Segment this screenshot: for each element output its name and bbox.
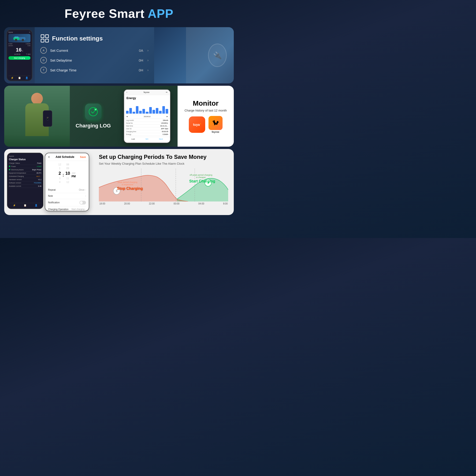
func-icon-chargetime: T bbox=[40, 67, 47, 73]
function-settings-section: feyree ✏ 0.5kW 0.0kWh 229.6V 0.0A bbox=[4, 27, 234, 83]
sp-row-current-avail: Available current 6.4A bbox=[9, 185, 41, 188]
energy-bar-12 bbox=[162, 106, 165, 114]
energy-bar-1 bbox=[126, 111, 129, 114]
sch-row-operation[interactable]: Charging Operation Start charging › bbox=[48, 206, 86, 211]
sch-rows: Repeat Once › Note › Notification bbox=[45, 187, 89, 211]
sch-toggle[interactable] bbox=[79, 201, 86, 204]
func-value-current: 0A bbox=[139, 49, 143, 52]
feyree-logo: 🐿 feyree bbox=[208, 116, 222, 133]
energy-nav-next[interactable]: Next bbox=[159, 138, 163, 140]
energy-bar-4 bbox=[136, 106, 138, 114]
s3-title: Set up Charging Periods To Save Money bbox=[99, 154, 228, 160]
feyree-squirrel-icon: 🐿 bbox=[208, 116, 222, 130]
energy-nav-no[interactable]: NO bbox=[145, 138, 148, 140]
func-icon-current: A bbox=[40, 47, 47, 54]
page-header: Feyree Smart APP bbox=[0, 0, 238, 25]
chart-label-20: 20:00 bbox=[124, 202, 130, 205]
sch-hours-col: 12 1 2 3 4 bbox=[58, 163, 61, 184]
sp-nav-me[interactable]: 👤 bbox=[35, 204, 37, 207]
chart-label-22: 22:00 bbox=[149, 202, 155, 205]
feyree-text: feyree bbox=[212, 131, 219, 133]
schedule-phone: < Add Schedule Save 12 1 2 3 4 : 08 09 1… bbox=[45, 153, 89, 211]
func-row-delaytime[interactable]: D Set Delaytime 0H › bbox=[40, 57, 149, 64]
sp-nav: ⚡ 📋 👤 bbox=[9, 203, 41, 207]
energy-nav-buttons: Last NO Next bbox=[124, 137, 170, 141]
phone-time: 14:00:00 T 10H bbox=[8, 53, 31, 55]
phone-nav-me[interactable]: 👤 bbox=[25, 77, 28, 79]
energy-title: Energy bbox=[124, 95, 170, 101]
sch-row-repeat[interactable]: Repeat Once › bbox=[48, 187, 86, 193]
schedule-section: feyree Charger Status Charger Status Fin… bbox=[4, 149, 234, 215]
phone-amp-value: 16 bbox=[16, 47, 21, 52]
svg-rect-6 bbox=[45, 35, 49, 38]
func-icon-delaytime: D bbox=[40, 57, 47, 64]
energy-table: Log month 1Month Serial No U01M01L Start… bbox=[124, 119, 170, 136]
function-settings-content: Function settings A Set Current 0A › D S… bbox=[35, 27, 154, 83]
func-row-chargetime[interactable]: T Set Charge Time 0H › bbox=[40, 67, 149, 73]
charging-chart: $ $ peak period charging is expensive St… bbox=[99, 169, 228, 208]
func-row-current[interactable]: A Set Current 0A › bbox=[40, 47, 149, 54]
svg-point-10 bbox=[94, 108, 97, 111]
sp-row-status: Charger Status Finish bbox=[9, 162, 41, 165]
status-phone: feyree Charger Status Charger Status Fin… bbox=[7, 153, 43, 209]
chart-label-00: 00:00 bbox=[174, 202, 179, 205]
func-value-delaytime: 0H bbox=[139, 58, 143, 62]
function-title-text: Function settings bbox=[52, 35, 103, 42]
svg-point-2 bbox=[15, 39, 17, 41]
chart-x-labels: 18:00 20:00 22:00 00:00 04:00 8:00 bbox=[99, 202, 228, 205]
sp-nav-charger[interactable]: ⚡ bbox=[13, 204, 16, 207]
person-phone: 📱 bbox=[43, 110, 52, 127]
person-silhouette: 📱 bbox=[16, 90, 58, 147]
sp-row-software: Software version F03JWM1 bbox=[9, 181, 41, 185]
section2-person-photo: 📱 bbox=[4, 86, 70, 147]
sch-row-note[interactable]: Note › bbox=[48, 193, 86, 199]
function-title-icon bbox=[40, 34, 49, 43]
charging-log-title: Charging LOG bbox=[76, 123, 111, 129]
ev-port: 🔌 bbox=[208, 44, 227, 67]
chart-svg-area: $ $ peak period charging is expensive St… bbox=[99, 169, 228, 202]
charging-log-section: 📱 Charging LOG ‹ feyree ✏ Energy bbox=[4, 86, 234, 147]
start-charging-badge: off-peak period charging is cheaper Star… bbox=[189, 174, 215, 183]
phone-nav: ⚡ 📋 👤 bbox=[8, 76, 31, 79]
energy-row-userid: User ID APP Start bbox=[126, 127, 168, 130]
func-arrow-delaytime: › bbox=[147, 58, 149, 62]
monitor-section: Monitor Charge history of last 12 month … bbox=[178, 86, 234, 147]
phone-nav-charger[interactable]: ⚡ bbox=[11, 77, 14, 79]
phone-mockup-1: feyree ✏ 0.5kW 0.0kWh 229.6V 0.0A bbox=[4, 27, 35, 83]
start-charging-label: Start Charging bbox=[189, 179, 215, 183]
monitor-desc: Charge history of last 12 month bbox=[185, 109, 227, 112]
energy-bar-7 bbox=[146, 112, 148, 114]
phone-nav-log[interactable]: 📋 bbox=[18, 77, 21, 79]
section3-phones: feyree Charger Status Charger Status Fin… bbox=[4, 149, 93, 215]
func-arrow-chargetime: › bbox=[147, 68, 149, 72]
energy-row-serial: Serial No U01M01L bbox=[126, 122, 168, 125]
sch-ampm-col: AM PM bbox=[71, 172, 76, 178]
sch-toggle-dot bbox=[80, 201, 83, 204]
sch-row-notification[interactable]: Notification bbox=[48, 199, 86, 206]
func-value-chargetime: 0H bbox=[139, 68, 143, 72]
svg-rect-7 bbox=[41, 39, 44, 42]
chart-label-04: 04:00 bbox=[198, 202, 204, 205]
func-label-chargetime: Set Charge Time bbox=[50, 68, 136, 72]
energy-row-starttime: Start time 00-01-01... bbox=[126, 125, 168, 127]
sch-time-picker: 12 1 2 3 4 : 08 09 10 11 12 AM PM bbox=[45, 161, 89, 186]
sp-nav-log[interactable]: 📋 bbox=[24, 204, 26, 207]
energy-bar-chart bbox=[124, 101, 170, 115]
sch-save-btn[interactable]: Save bbox=[80, 155, 86, 158]
func-arrow-current: › bbox=[147, 49, 149, 52]
svg-rect-5 bbox=[41, 35, 44, 38]
energy-date-nav[interactable]: ◄ 2024/10 ► bbox=[124, 115, 170, 119]
sch-title: Add Schedule bbox=[55, 155, 74, 159]
energy-phone: ‹ feyree ✏ Energy ◄ bbox=[124, 89, 170, 143]
energy-bar-5 bbox=[139, 111, 142, 114]
phone-start-btn[interactable]: Start charging bbox=[8, 56, 31, 60]
svg-rect-4 bbox=[15, 36, 18, 38]
energy-nav-last[interactable]: Last bbox=[131, 138, 135, 140]
energy-bar-2 bbox=[129, 108, 132, 114]
sch-back-btn[interactable]: < bbox=[48, 155, 50, 159]
charging-log-icon bbox=[85, 103, 102, 120]
energy-bar-3 bbox=[133, 112, 135, 114]
chart-label-18: 18:00 bbox=[99, 202, 105, 205]
sp-row-power: Power 0.0kW bbox=[9, 165, 41, 168]
sp-row-phases: Electrical phases Begin Phase bbox=[9, 168, 41, 171]
